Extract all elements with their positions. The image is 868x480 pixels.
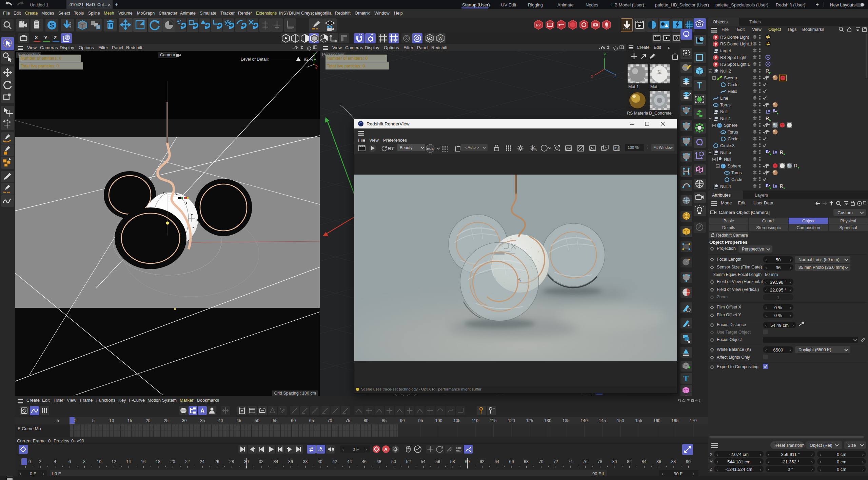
svg-text:R: R xyxy=(794,163,797,168)
svg-text:R: R xyxy=(766,68,769,74)
svg-text:A: A xyxy=(439,36,442,41)
svg-text:x: x xyxy=(689,91,692,95)
svg-text:S: S xyxy=(50,21,54,29)
svg-text:A: A xyxy=(384,447,388,452)
svg-text:Y: Y xyxy=(604,53,606,57)
svg-text:型: 型 xyxy=(657,69,662,74)
svg-text:R: R xyxy=(780,183,783,189)
svg-text:RV: RV xyxy=(536,23,541,27)
svg-text:T: T xyxy=(697,81,702,90)
svg-text:RT: RT xyxy=(388,145,395,151)
svg-text:R: R xyxy=(766,116,769,121)
svg-text:x: x xyxy=(315,66,317,69)
svg-text:Z: Z xyxy=(614,74,616,78)
svg-text:P: P xyxy=(766,150,768,152)
svg-text:Y: Y xyxy=(313,52,316,56)
svg-text:PV: PV xyxy=(614,147,618,150)
svg-text:A: A xyxy=(319,446,322,450)
svg-text:RGB: RGB xyxy=(427,147,434,151)
svg-text:P: P xyxy=(773,109,775,112)
svg-text:R: R xyxy=(780,149,783,155)
svg-text:G: G xyxy=(535,149,537,152)
svg-text:X: X xyxy=(591,74,593,79)
svg-text:T: T xyxy=(683,374,689,383)
svg-text:A: A xyxy=(200,408,204,414)
svg-text:P: P xyxy=(766,184,768,186)
